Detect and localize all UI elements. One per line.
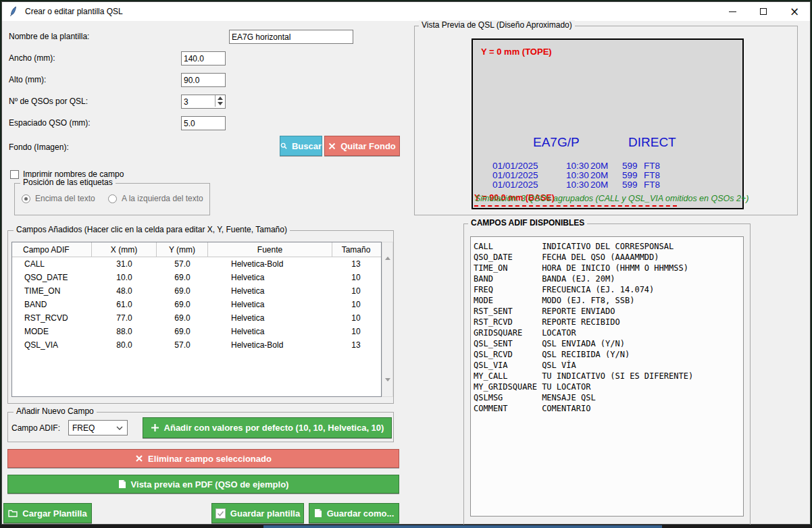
buscar-button[interactable]: Buscar bbox=[280, 136, 322, 156]
save-as-button[interactable]: Guardar como... bbox=[309, 503, 399, 523]
save-template-button-label: Guardar plantilla bbox=[230, 508, 300, 519]
qso-rst: 599 bbox=[622, 180, 638, 190]
qso-band: 20M bbox=[590, 170, 608, 180]
spin-up-icon bbox=[218, 97, 223, 100]
qso-spacing-input[interactable] bbox=[181, 116, 226, 130]
qso-date: 01/01/2025 bbox=[492, 180, 538, 190]
titlebar[interactable]: Crear o editar plantilla QSL × bbox=[2, 2, 810, 21]
qsos-spinbox[interactable] bbox=[181, 95, 226, 109]
qso-time: 10:30 bbox=[566, 161, 589, 171]
delete-selected-field-button[interactable]: Eliminar campo seleccionado bbox=[7, 449, 399, 468]
list-item[interactable]: RST_RCVD REPORTE RECIBIDO bbox=[474, 317, 740, 327]
list-item[interactable]: QSL_VIA QSL VÍA bbox=[474, 360, 740, 371]
column-header-size[interactable]: Tamaño bbox=[332, 242, 380, 257]
app-window: Crear o editar plantilla QSL × Nombre de… bbox=[1, 1, 811, 525]
list-item[interactable]: CALL INDICATIVO DEL CORRESPONSAL bbox=[474, 241, 740, 252]
table-row[interactable]: QSL_VIA80.057.0Helvetica-Bold13 bbox=[12, 338, 381, 352]
adif-fields-group-label: CAMPOS ADIF DISPONIBLES bbox=[468, 218, 587, 228]
template-name-input[interactable] bbox=[229, 30, 353, 44]
quitar-fondo-button[interactable]: Quitar Fondo bbox=[324, 136, 400, 156]
list-item[interactable]: COMMENT COMENTARIO bbox=[474, 403, 740, 414]
save-template-button[interactable]: Guardar plantilla bbox=[211, 503, 304, 523]
list-item[interactable]: TIME_ON HORA DE INICIO (HHMM O HHMMSS) bbox=[474, 263, 740, 273]
add-default-values-button-label: Añadir con valores por defecto (10, 10, … bbox=[164, 423, 384, 433]
table-row[interactable]: RST_RCVD77.069.0Helvetica10 bbox=[12, 311, 381, 325]
x-icon bbox=[135, 454, 143, 463]
adif-field-combobox[interactable]: FREQ bbox=[68, 420, 128, 435]
minimize-button[interactable] bbox=[717, 2, 748, 21]
table-row[interactable]: TIME_ON48.069.0Helvetica10 bbox=[12, 284, 381, 298]
height-input[interactable] bbox=[181, 73, 226, 87]
qso-rst: 599 bbox=[622, 161, 638, 171]
chevron-down-icon bbox=[116, 426, 123, 430]
height-label: Alto (mm): bbox=[9, 75, 46, 84]
quitar-fondo-button-label: Quitar Fondo bbox=[340, 141, 396, 151]
bottom-dashed-line bbox=[474, 205, 677, 207]
preview-call-text: EA7G/P bbox=[533, 135, 580, 150]
qso-date: 01/01/2025 bbox=[492, 161, 538, 171]
list-item[interactable]: MODE MODO (EJ. FT8, SSB) bbox=[474, 295, 740, 306]
add-default-values-button[interactable]: Añadir con valores por defecto (10, 10, … bbox=[143, 417, 392, 438]
top-margin-marker: Y = 0 mm (TOPE) bbox=[481, 47, 552, 57]
list-item[interactable]: QSLMSG MENSAJE QSL bbox=[474, 392, 740, 403]
added-fields-table[interactable]: Campo ADIF X (mm) Y (mm) Fuente Tamaño C… bbox=[11, 242, 382, 397]
radio-left-of-text[interactable] bbox=[108, 194, 117, 203]
maximize-button[interactable] bbox=[748, 2, 779, 21]
radio-above-text-label: Encima del texto bbox=[35, 194, 95, 203]
radio-above-text[interactable] bbox=[22, 194, 30, 203]
spin-down-button[interactable] bbox=[215, 101, 225, 107]
print-field-names-checkbox[interactable] bbox=[10, 170, 19, 179]
qso-mode: FT8 bbox=[644, 170, 660, 180]
qsl-preview-canvas: Y = 0 mm (TOPE) EA7G/P DIRECT 01/01/2025… bbox=[472, 38, 744, 209]
search-icon bbox=[280, 142, 287, 150]
app-feather-icon[interactable] bbox=[8, 6, 19, 17]
taskbar-sliver bbox=[263, 525, 662, 528]
list-item[interactable]: MY_GRIDSQUARE TU LOCATOR bbox=[474, 381, 740, 392]
added-fields-group-label: Campos Añadidos (Hacer clic en la celda … bbox=[14, 225, 290, 234]
list-item[interactable]: FREQ FRECUENCIA (EJ. 14.074) bbox=[474, 284, 740, 295]
qso-date: 01/01/2025 bbox=[492, 170, 538, 180]
list-item[interactable]: QSL_SENT QSL ENVIADA (Y/N) bbox=[474, 338, 740, 349]
list-item[interactable]: RST_SENT REPORTE ENVIADO bbox=[474, 306, 740, 317]
table-header-row[interactable]: Campo ADIF X (mm) Y (mm) Fuente Tamaño bbox=[12, 242, 381, 257]
qso-band: 20M bbox=[590, 161, 608, 171]
list-item[interactable]: QSL_RCVD QSL RECIBIDA (Y/N) bbox=[474, 349, 740, 360]
spin-up-button[interactable] bbox=[215, 95, 225, 101]
background-image-label: Fondo (Imagen): bbox=[9, 142, 69, 152]
desktop-edge bbox=[0, 525, 812, 528]
label-position-group: Posición de las etiquetas Encima del tex… bbox=[14, 183, 210, 215]
pdf-preview-button[interactable]: Vista previa en PDF (QSO de ejemplo) bbox=[7, 475, 399, 494]
qsl-preview-group-label: Vista Previa de QSL (Diseño Aproximado) bbox=[419, 20, 575, 30]
maximize-icon bbox=[760, 8, 767, 15]
table-row[interactable]: BAND61.069.0Helvetica10 bbox=[12, 298, 381, 311]
list-item[interactable]: QSO_DATE FECHA DEL QSO (AAAAMMDD) bbox=[474, 252, 740, 263]
scroll-up-button[interactable] bbox=[385, 245, 390, 257]
column-header-field[interactable]: Campo ADIF bbox=[12, 242, 92, 257]
list-item[interactable]: BAND BANDA (EJ. 20M) bbox=[474, 273, 740, 284]
scroll-down-icon bbox=[385, 378, 390, 393]
column-header-font[interactable]: Fuente bbox=[208, 242, 332, 257]
pdf-preview-button-label: Vista previa en PDF (QSO de ejemplo) bbox=[131, 479, 289, 490]
table-row[interactable]: CALL31.057.0Helvetica-Bold13 bbox=[12, 257, 381, 271]
combo-adif-label: Campo ADIF: bbox=[11, 423, 60, 433]
scroll-up-icon bbox=[385, 245, 390, 260]
window-title: Crear o editar plantilla QSL bbox=[25, 7, 123, 16]
table-row[interactable]: QSO_DATE10.069.0Helvetica10 bbox=[12, 271, 381, 284]
adif-fields-listbox[interactable]: CALL INDICATIVO DEL CORRESPONSAL QSO_DAT… bbox=[470, 236, 744, 517]
table-row[interactable]: MODE88.069.0Helvetica10 bbox=[12, 325, 381, 338]
plus-icon bbox=[151, 423, 159, 432]
list-item[interactable]: MY_CALL TU INDICATIVO (SI ES DIFERENTE) bbox=[474, 371, 740, 381]
close-button[interactable]: × bbox=[779, 2, 810, 21]
load-template-button-label: Cargar Plantilla bbox=[22, 508, 86, 519]
list-item[interactable]: GRIDSQUARE LOCATOR bbox=[474, 327, 740, 338]
preview-qslvia-text: DIRECT bbox=[628, 135, 676, 150]
column-header-x[interactable]: X (mm) bbox=[92, 242, 157, 257]
spin-down-icon bbox=[218, 102, 223, 105]
column-header-y[interactable]: Y (mm) bbox=[157, 242, 208, 257]
width-input[interactable] bbox=[181, 51, 226, 65]
document-icon bbox=[314, 508, 322, 518]
check-square-icon bbox=[215, 508, 226, 519]
table-scrollbar[interactable] bbox=[382, 242, 393, 397]
scroll-down-button[interactable] bbox=[385, 381, 390, 394]
load-template-button[interactable]: Cargar Plantilla bbox=[3, 503, 92, 523]
